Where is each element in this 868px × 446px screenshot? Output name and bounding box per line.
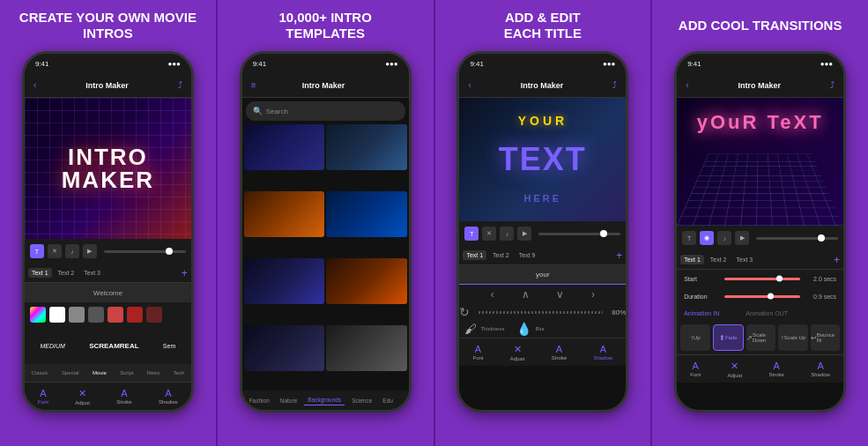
tab4-text1[interactable]: Text 1 — [680, 255, 704, 264]
color-darkred[interactable] — [127, 307, 143, 323]
color-gray[interactable] — [69, 307, 85, 323]
tool-font[interactable]: A Font — [38, 388, 48, 405]
template-thumb-1[interactable] — [244, 124, 325, 170]
play-tool4[interactable]: ▶ — [735, 231, 749, 245]
tab-backgrounds[interactable]: Backgrounds — [304, 395, 345, 405]
rotate-icon[interactable]: ↻ — [459, 305, 470, 319]
tool-font3[interactable]: A Font — [473, 344, 484, 361]
tool-shadow4[interactable]: A Shadow — [811, 361, 830, 377]
template-thumb-2[interactable] — [326, 124, 407, 170]
music-tool[interactable]: ♪ — [65, 244, 79, 258]
tool-shadow[interactable]: A Shadow — [159, 388, 178, 405]
tab-science[interactable]: Science — [348, 396, 375, 405]
font-screamreal[interactable]: SCREAMREAL — [89, 342, 138, 350]
color-brown[interactable] — [146, 307, 162, 323]
tool-shadow3[interactable]: A Shadow — [594, 344, 613, 361]
timeline-slider3[interactable] — [538, 233, 620, 235]
arrow-right[interactable]: › — [591, 288, 595, 301]
edit-input-row[interactable]: your — [459, 265, 626, 285]
tool-stroke3[interactable]: A Stroke — [552, 344, 567, 361]
text-tool4[interactable]: T — [682, 231, 696, 245]
template-thumb-6[interactable] — [326, 258, 407, 304]
tool-adjust4[interactable]: ✕ Adjust — [728, 361, 743, 378]
text-tool3[interactable]: T — [464, 227, 479, 241]
color-white[interactable] — [49, 307, 65, 323]
tab3-text1[interactable]: Text 1 — [463, 250, 486, 260]
paint-icon[interactable]: 🖌 — [464, 322, 477, 336]
tab3-text2[interactable]: Text 2 — [489, 250, 513, 260]
style-tech[interactable]: Tech — [174, 370, 185, 375]
arrow-down[interactable]: ∨ — [556, 288, 564, 301]
timeline-slider4[interactable] — [756, 237, 838, 240]
color-red[interactable] — [108, 307, 123, 323]
arrow-up[interactable]: ∧ — [522, 288, 530, 301]
music-tool4[interactable]: ♪ — [717, 231, 731, 245]
back-icon3[interactable]: ‹ — [468, 80, 471, 90]
font-medium[interactable]: MEDIUM — [41, 343, 65, 349]
duration-value: 0.9 secs — [805, 294, 836, 300]
search-bar[interactable]: 🔍 Search — [246, 101, 405, 121]
music-tool3[interactable]: ♪ — [500, 227, 514, 241]
back-icon4[interactable]: ‹ — [686, 80, 688, 90]
menu-icon[interactable]: ≡ — [251, 80, 256, 90]
tool-font4[interactable]: A Font — [690, 361, 701, 377]
template-thumb-7[interactable] — [244, 325, 325, 371]
tab3-text9[interactable]: Text 9 — [516, 250, 539, 260]
back-icon[interactable]: ‹ — [33, 80, 36, 90]
tab-fashion[interactable]: Fashion — [246, 396, 273, 405]
adjust-tool3[interactable]: ✕ — [482, 227, 496, 241]
phone4: 9:41 ●●● ‹ Intro Maker ⤴ yOuR TeXT T ◉ ♪… — [674, 51, 846, 413]
play-tool3[interactable]: ▶ — [517, 227, 531, 241]
adjust-tool[interactable]: ✕ — [48, 244, 62, 258]
tool-adjust3[interactable]: ✕ Adjust — [510, 344, 525, 361]
share-icon3[interactable]: ⤴ — [612, 80, 617, 90]
color-darkgray[interactable] — [88, 307, 104, 323]
duration-track[interactable] — [724, 295, 800, 298]
anim-btn-up[interactable]: ↑Up — [680, 324, 709, 351]
template-thumb-4[interactable] — [326, 191, 407, 237]
anim-btn-scaledown[interactable]: ↗Scale Down — [746, 324, 775, 351]
text-tool[interactable]: T — [30, 244, 44, 258]
tab-edu[interactable]: Edu — [379, 396, 397, 405]
style-script[interactable]: Script — [120, 370, 133, 375]
anim-btn-scaleup[interactable]: ↑Scale Up — [778, 324, 807, 351]
category-tabs: Fashion Nature Backgrounds Science Edu — [242, 390, 409, 410]
text-input-row[interactable]: Welcome — [25, 283, 191, 302]
font-sem[interactable]: Sem — [163, 343, 175, 349]
style-classic[interactable]: Classic — [31, 370, 48, 375]
color-rainbow[interactable] — [30, 307, 46, 323]
adjust-tool4[interactable]: ◉ — [700, 231, 714, 245]
play-tool[interactable]: ▶ — [83, 244, 97, 258]
slider-thumb3 — [600, 230, 607, 237]
template-thumb-3[interactable] — [244, 191, 325, 237]
share-icon[interactable]: ⤴ — [178, 80, 182, 90]
start-track[interactable] — [724, 278, 800, 280]
percent-row: ↻ 80% — [459, 304, 626, 320]
style-special[interactable]: Special — [62, 370, 79, 375]
anim-btn-fade[interactable]: ⬆Fade — [713, 324, 744, 351]
tab-text3[interactable]: Text 3 — [80, 268, 104, 278]
tool-stroke[interactable]: A Stroke — [116, 388, 131, 405]
tab4-text2[interactable]: Text 2 — [707, 255, 731, 264]
style-movie[interactable]: Movie — [93, 370, 107, 375]
status-icons4: ●●● — [820, 60, 834, 68]
thickness-row: 🖌 Thickness 💧 Blur — [459, 320, 626, 338]
template-thumb-5[interactable] — [244, 258, 325, 304]
tool-adjust[interactable]: ✕ Adjust — [75, 388, 90, 405]
blur-icon[interactable]: 💧 — [516, 322, 531, 336]
tab4-text3[interactable]: Text 3 — [733, 255, 757, 264]
add-tab-button[interactable]: + — [182, 267, 188, 279]
add-tab3-button[interactable]: + — [616, 249, 622, 262]
style-retro[interactable]: Retro — [147, 370, 160, 375]
anim-btn-bounce[interactable]: ↩Bounce Ri — [811, 324, 840, 351]
template-thumb-8[interactable] — [326, 325, 407, 371]
tool-stroke4[interactable]: A Stroke — [769, 361, 784, 377]
tab-nature[interactable]: Nature — [277, 396, 301, 405]
tab-text1[interactable]: Text 1 — [28, 268, 52, 278]
timeline-slider[interactable] — [104, 250, 186, 253]
tab-text2[interactable]: Text 2 — [55, 268, 78, 278]
add-tab4-button[interactable]: + — [834, 254, 840, 266]
arrow-left[interactable]: ‹ — [491, 288, 494, 301]
share-icon4[interactable]: ⤴ — [830, 80, 835, 90]
phone1-nav-title: Intro Maker — [85, 81, 129, 90]
